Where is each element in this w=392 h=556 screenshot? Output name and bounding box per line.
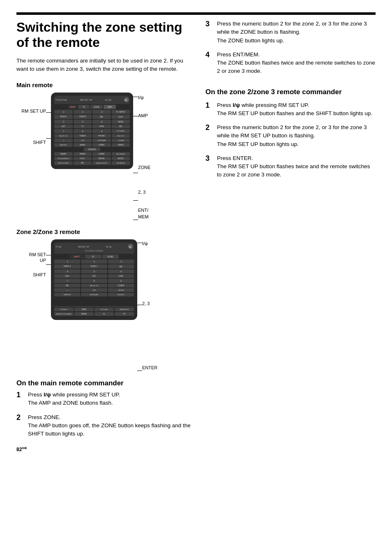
label-entmem: ENT/MEM bbox=[138, 207, 163, 220]
page-title: Switching the zone setting of the remote bbox=[16, 20, 193, 50]
top-bar bbox=[16, 12, 376, 15]
label-power-zone: I/ψ bbox=[142, 241, 169, 247]
zone-step-1: 1 Press I/ψ while pressing RM SET UP. Th… bbox=[205, 101, 376, 118]
main-step-1: 1 Press I/ψ while pressing RM SET UP. Th… bbox=[16, 391, 193, 408]
zone-remote-body: TV I/ψ RM SET UP AV I/ψ ⏻ SYSTEM STANDBY… bbox=[51, 239, 137, 320]
zone-step-3: 3 Press ENTER. The RM SET UP button flas… bbox=[205, 154, 376, 179]
main-step-2: 2 Press ZONE. The AMP button goes off, t… bbox=[16, 413, 193, 438]
label-shift-zone: SHIFT bbox=[16, 272, 46, 278]
label-zone: ZONE bbox=[138, 164, 163, 171]
main-step-3: 3 Press the numeric button 2 for the zon… bbox=[205, 20, 376, 45]
label-power-main: I/ψ bbox=[138, 95, 163, 101]
label-enter-zone: ENTER bbox=[142, 365, 169, 371]
main-step-4: 4 Press ENT/MEM. The ZONE button flashes… bbox=[205, 51, 376, 76]
main-remote-body: THEATRE RM SET UP AV I/ψ ⏻ SHIFT TV ZONE bbox=[51, 93, 133, 169]
intro-text: The remote commanders are initially set … bbox=[16, 57, 193, 74]
label-rm-set-up: RM SET UP bbox=[16, 108, 46, 114]
zone-remote-heading: Zone 2/Zone 3 remote bbox=[16, 228, 193, 235]
zone-step-2: 2 Press the numeric button 2 for the zon… bbox=[205, 123, 376, 148]
label-23-main: 2, 3 bbox=[138, 189, 163, 195]
page-number: 82GB bbox=[16, 446, 193, 452]
label-23-zone: 2, 3 bbox=[142, 301, 169, 307]
label-rm-set-up-zone: RM SETUP bbox=[16, 252, 46, 264]
zone-commander-heading: On the zone 2/zone 3 remote commander bbox=[205, 88, 376, 96]
main-remote-heading: Main remote bbox=[16, 81, 193, 88]
main-commander-heading: On the main remote commander bbox=[16, 379, 193, 387]
label-shift: SHIFT bbox=[16, 139, 46, 145]
label-amp: AMP bbox=[138, 113, 163, 119]
